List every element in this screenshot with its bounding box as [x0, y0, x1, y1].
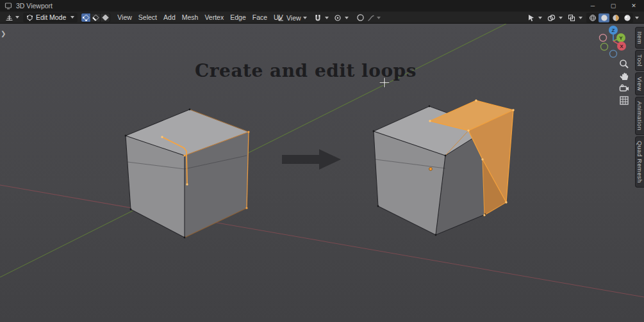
gizmo-neg-y-ball[interactable]	[601, 44, 608, 51]
sidebar-tab-animation[interactable]: Animation	[635, 97, 644, 135]
zoom-button[interactable]	[618, 58, 631, 70]
proportional-circle-icon	[356, 13, 365, 22]
chevron-down-icon	[15, 16, 19, 19]
blender-window: 3D Viewport ─ ▢ ✕ Edit Mode	[0, 0, 644, 322]
shading-solid-icon	[600, 14, 608, 22]
snap-with-button[interactable]	[333, 13, 343, 22]
sidebar-tab-item[interactable]: Item	[635, 27, 644, 49]
face-select-icon	[102, 14, 109, 21]
viewport-canvas[interactable]: Create and edit loops Z Y X	[0, 24, 644, 322]
shading-dropdown[interactable]	[635, 17, 639, 19]
viewport-header: Edit Mode View Select Add Mesh Vertex Ed…	[0, 12, 644, 24]
snap-magnet-toggle[interactable]	[313, 13, 323, 22]
chevron-down-icon	[377, 17, 381, 19]
xray-toggle[interactable]	[566, 13, 577, 22]
zoom-icon	[619, 59, 629, 69]
editor-app-icon	[4, 2, 12, 10]
scene-caption-text[interactable]: Create and edit loops	[161, 60, 450, 81]
gizmo-neg-x-ball[interactable]	[600, 35, 607, 42]
shading-material-button[interactable]	[610, 13, 621, 22]
vertex-select-icon	[83, 14, 90, 21]
perspective-grid-button[interactable]	[618, 95, 631, 106]
transition-arrow	[282, 149, 341, 170]
left-cube[interactable]	[125, 109, 250, 239]
minimize-button[interactable]: ─	[582, 0, 603, 12]
sidebar-tab-strip: Item Tool View Animation Quad Remesh	[635, 27, 644, 188]
select-mode-group	[81, 13, 110, 22]
shading-rendered-button[interactable]	[622, 13, 632, 22]
shading-rendered-icon	[623, 14, 631, 22]
proportional-falloff-dropdown[interactable]	[366, 13, 382, 22]
snap-magnet-icon	[314, 14, 322, 22]
header-center-group: View	[275, 12, 382, 24]
menu-mesh[interactable]: Mesh	[179, 12, 202, 22]
toolbar-expand-arrow[interactable]: ❯	[1, 30, 6, 37]
gizmo-dropdown[interactable]	[538, 17, 542, 19]
show-overlays-toggle[interactable]	[546, 13, 557, 22]
chevron-down-icon	[70, 16, 74, 19]
editor-type-button[interactable]	[3, 13, 21, 22]
overlays-dropdown[interactable]	[559, 17, 563, 19]
gizmo-neg-z-ball[interactable]	[610, 51, 617, 58]
pan-button[interactable]	[618, 70, 631, 82]
face-select-button[interactable]	[101, 13, 110, 22]
menu-view[interactable]: View	[114, 12, 135, 22]
window-title: 3D Viewport	[16, 2, 53, 10]
right-cube[interactable]	[373, 99, 515, 236]
grid-ortho-icon	[619, 95, 629, 106]
shading-material-icon	[612, 14, 620, 22]
gizmo-x-label: X	[620, 44, 623, 49]
x-axis-line	[0, 185, 644, 297]
edit-mode-icon	[26, 14, 33, 21]
sidebar-tab-view[interactable]: View	[635, 72, 644, 95]
vertex-select-button[interactable]	[81, 13, 90, 22]
sidebar-tab-quad-remesh[interactable]: Quad Remesh	[635, 136, 644, 188]
snap-with-dropdown[interactable]	[345, 17, 349, 19]
sidebar-tab-tool[interactable]: Tool	[635, 50, 644, 71]
shading-solid-button[interactable]	[599, 13, 609, 22]
editor-type-icon	[5, 14, 13, 21]
menu-face[interactable]: Face	[249, 12, 270, 22]
overlays-icon	[547, 14, 556, 22]
camera-icon	[619, 83, 629, 93]
camera-view-button[interactable]	[618, 83, 631, 94]
transform-orientation-dropdown[interactable]: View	[275, 13, 309, 23]
snap-target-icon	[334, 14, 342, 22]
menu-add[interactable]: Add	[160, 12, 179, 22]
menu-vertex[interactable]: Vertex	[201, 12, 227, 22]
chevron-down-icon	[303, 17, 307, 19]
orientation-label: View	[286, 14, 301, 22]
gizmo-pointer-icon	[527, 14, 535, 22]
header-menubar: View Select Add Mesh Vertex Edge Face UV	[114, 12, 286, 22]
snap-settings-dropdown[interactable]	[325, 17, 329, 19]
shading-mode-group	[586, 13, 633, 23]
window-titlebar: 3D Viewport ─ ▢ ✕	[0, 0, 644, 12]
shading-wireframe-icon	[589, 14, 597, 22]
menu-select[interactable]: Select	[135, 12, 160, 22]
close-button[interactable]: ✕	[623, 0, 644, 12]
pan-hand-icon	[619, 71, 629, 81]
object-origin-dot	[429, 168, 433, 171]
shading-wireframe-button[interactable]	[587, 13, 598, 22]
gizmo-z-label: Z	[612, 28, 615, 33]
proportional-editing-toggle[interactable]	[355, 13, 366, 22]
mouse-cursor	[379, 77, 390, 91]
mode-dropdown[interactable]: Edit Mode	[23, 13, 78, 22]
xray-dropdown[interactable]	[579, 17, 582, 19]
menu-edge[interactable]: Edge	[227, 12, 249, 22]
gizmo-y-label: Y	[619, 35, 623, 41]
edge-select-button[interactable]	[91, 13, 100, 22]
show-gizmo-toggle[interactable]	[526, 13, 536, 22]
edge-select-icon	[92, 14, 99, 21]
maximize-button[interactable]: ▢	[603, 0, 623, 12]
orientation-icon	[277, 14, 285, 22]
header-right-group	[526, 12, 639, 24]
xray-icon	[568, 14, 575, 22]
falloff-curve-icon	[367, 14, 375, 22]
mode-label: Edit Mode	[36, 13, 66, 21]
